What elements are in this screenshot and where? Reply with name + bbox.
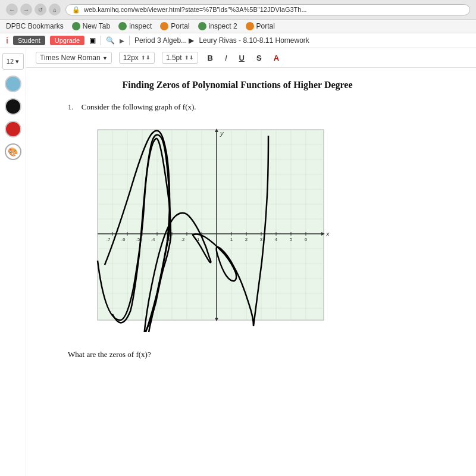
portal-icon	[160, 22, 168, 30]
doc-content: Finding Zeros of Polynomial Functions of…	[26, 68, 443, 371]
svg-text:6: 6	[305, 237, 308, 242]
period-link[interactable]: Period 3 Algeb... ▶	[134, 36, 194, 45]
color-swatch-blue[interactable]	[5, 76, 21, 92]
inspect-icon	[118, 22, 127, 30]
main-content: 12 ▾ 🎨 Times New Roman ▼ 12px ⬆⬇ 1.5pt ⬆…	[0, 48, 476, 476]
font-name-caret: ▼	[102, 55, 108, 61]
bookmark-inspect-label: inspect	[129, 22, 152, 30]
svg-text:2: 2	[245, 237, 248, 242]
graph-svg: y x -1 -2 -3 -4 -5 -6 -7 1 2 3	[80, 124, 330, 332]
svg-text:5: 5	[290, 237, 293, 242]
bookmark-portal2[interactable]: Portal	[246, 22, 275, 30]
problem-1-text: Consider the following graph of f(x).	[82, 102, 196, 111]
upgrade-button[interactable]: Upgrade	[50, 36, 84, 45]
inspect2-icon	[198, 22, 206, 30]
refresh-button[interactable]: ↺	[35, 4, 46, 15]
underline-button[interactable]: U	[237, 52, 247, 64]
font-size-control[interactable]: 12 ▾	[2, 53, 24, 70]
triangle-icon[interactable]: ▶	[120, 37, 124, 44]
font-name-selector[interactable]: Times New Roman ▼	[36, 52, 112, 64]
square-icon[interactable]: ▣	[89, 36, 96, 45]
forward-button[interactable]: →	[20, 4, 32, 15]
bookmarks-bar: DPBC Bookmarks New Tab inspect Portal in…	[0, 20, 476, 33]
svg-text:-2: -2	[180, 237, 185, 242]
line-height-label: 1.5pt	[166, 54, 182, 62]
bookmark-portal-label: Portal	[171, 22, 189, 30]
text-color-button[interactable]: A	[271, 52, 281, 64]
x-axis-label: x	[325, 230, 330, 237]
bookmark-inspect[interactable]: inspect	[118, 22, 152, 30]
svg-text:3: 3	[260, 237, 263, 242]
doc-title: Finding Zeros of Polynomial Functions of…	[68, 80, 407, 90]
portal2-icon	[246, 22, 254, 30]
back-button[interactable]: ←	[6, 4, 18, 15]
problem-1: 1. Consider the following graph of f(x).	[68, 102, 407, 112]
bookmark-inspect2-label: inspect 2	[209, 22, 237, 30]
palette-icon[interactable]: 🎨	[5, 143, 21, 160]
color-swatch-red[interactable]	[5, 121, 21, 137]
color-swatch-black[interactable]	[5, 98, 21, 115]
nav-buttons: ← → ↺ ⌂	[6, 4, 61, 15]
svg-rect-0	[98, 130, 324, 320]
bold-button[interactable]: B	[205, 52, 215, 64]
svg-text:1: 1	[230, 237, 233, 242]
app-logo: i	[6, 36, 8, 45]
search-icon[interactable]: 🔍	[106, 36, 115, 45]
bookmark-new-tab-label: New Tab	[83, 22, 110, 30]
svg-text:-6: -6	[121, 237, 126, 242]
svg-text:4: 4	[275, 237, 278, 242]
bookmark-portal2-label: Portal	[256, 22, 275, 30]
lock-icon: 🔒	[72, 6, 80, 14]
browser-bar: ← → ↺ ⌂ 🔒 web.kamihq.com/web/viewer.html…	[0, 0, 476, 20]
line-height-arrows[interactable]: ⬆⬇	[184, 55, 194, 61]
toolbar-separator	[101, 36, 101, 45]
font-size-label: 12px	[123, 54, 139, 62]
app-toolbar: i Student Upgrade ▣ 🔍 ▶ Period 3 Algeb..…	[0, 33, 476, 48]
font-size-selector[interactable]: 12px ⬆⬇	[119, 52, 155, 64]
bookmark-dpbc[interactable]: DPBC Bookmarks	[6, 22, 64, 30]
homework-link[interactable]: Leury Rivas - 8.10-8.11 Homework	[199, 36, 309, 45]
question-text: What are the zeros of f(x)?	[68, 350, 407, 359]
font-size-arrows[interactable]: ⬆⬇	[141, 55, 151, 61]
url-text: web.kamihq.com/web/viewer.html?state=%7B…	[84, 6, 307, 13]
bookmark-portal[interactable]: Portal	[160, 22, 189, 30]
document-area: Times New Roman ▼ 12px ⬆⬇ 1.5pt ⬆⬇ B I U…	[26, 48, 476, 476]
toolbar-separator2	[129, 36, 130, 45]
strikethrough-button[interactable]: S	[254, 52, 264, 64]
new-tab-icon	[72, 22, 80, 30]
italic-button[interactable]: I	[223, 52, 230, 64]
graph-container: y x -1 -2 -3 -4 -5 -6 -7 1 2 3	[80, 124, 330, 332]
home-button[interactable]: ⌂	[49, 4, 61, 15]
problem-1-number: 1.	[68, 102, 74, 111]
bookmark-dpbc-label: DPBC Bookmarks	[6, 22, 64, 30]
bookmark-new-tab[interactable]: New Tab	[72, 22, 110, 30]
student-badge[interactable]: Student	[13, 36, 45, 45]
font-name-label: Times New Roman	[40, 54, 101, 62]
line-height-selector[interactable]: 1.5pt ⬆⬇	[162, 52, 198, 64]
svg-text:-7: -7	[106, 237, 111, 242]
format-toolbar: Times New Roman ▼ 12px ⬆⬇ 1.5pt ⬆⬇ B I U…	[26, 48, 476, 68]
svg-text:-4: -4	[151, 237, 155, 242]
sidebar: 12 ▾ 🎨	[0, 48, 26, 476]
address-bar[interactable]: 🔒 web.kamihq.com/web/viewer.html?state=%…	[65, 4, 470, 15]
palette-symbol: 🎨	[8, 147, 18, 156]
bookmark-inspect2[interactable]: inspect 2	[198, 22, 237, 30]
